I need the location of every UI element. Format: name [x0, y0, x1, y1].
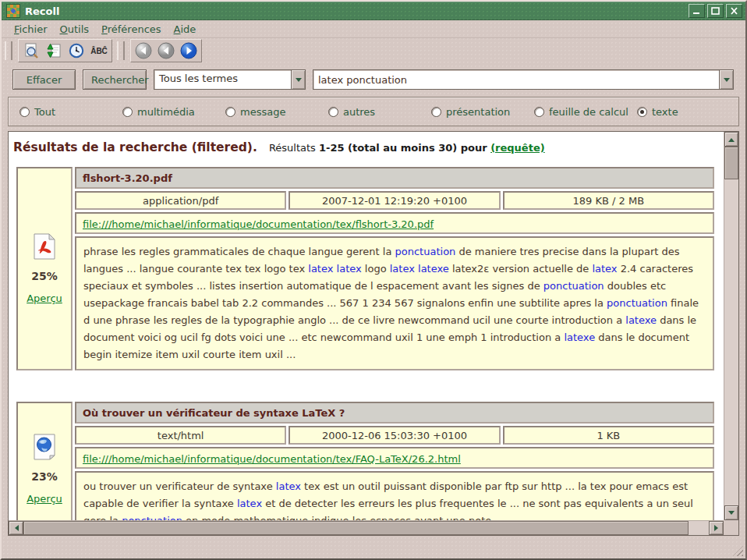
- minimize-button[interactable]: [689, 4, 705, 18]
- search-button[interactable]: Rechercher: [83, 69, 147, 90]
- app-icon: [6, 4, 20, 18]
- sort-by-date-icon: [69, 43, 84, 58]
- horizontal-scrollbar-track[interactable]: [689, 521, 709, 535]
- result-url-link[interactable]: file:///home/michael/informatique/docume…: [83, 218, 434, 230]
- sort-parameters-button[interactable]: [44, 41, 63, 60]
- radio-icon[interactable]: [637, 107, 647, 117]
- arrow-left-icon: [12, 525, 19, 531]
- results-list: Résultats de la recherche (filtered). Ré…: [9, 132, 724, 520]
- pdf-document-icon: [33, 233, 56, 260]
- results-title: Résultats de la recherche (filtered).: [13, 140, 257, 154]
- filter-presentation[interactable]: présentation: [431, 106, 534, 118]
- query-combobox[interactable]: [313, 69, 734, 90]
- result-date: 2000-12-06 15:03:30 +0100: [289, 426, 500, 445]
- result-title: flshort-3.20.pdf: [75, 167, 714, 189]
- preview-link[interactable]: Aperçu: [27, 292, 62, 304]
- first-page-button[interactable]: [134, 41, 153, 60]
- toolbar-group-nav: [130, 39, 202, 62]
- horizontal-scrollbar[interactable]: [9, 520, 724, 535]
- result-url-cell: file:///home/michael/informatique/docume…: [75, 447, 714, 469]
- filter-autres[interactable]: autres: [328, 106, 431, 118]
- scroll-right-button[interactable]: [709, 521, 724, 535]
- search-input[interactable]: [313, 70, 719, 89]
- result-title: Où trouver un vérificateur de syntaxe La…: [75, 402, 714, 424]
- result-side-panel: 25% Aperçu: [16, 167, 73, 370]
- sort-parameters-icon: [46, 43, 62, 58]
- preview-link[interactable]: Aperçu: [27, 493, 62, 505]
- result-side-panel: 23% Aperçu: [16, 402, 73, 520]
- query-link[interactable]: (requête): [490, 142, 545, 154]
- document-preview-icon: [23, 43, 39, 58]
- relevancy-percent: 25%: [31, 270, 58, 282]
- document-preview-button[interactable]: [22, 41, 41, 60]
- title-bar: Recoll: [2, 2, 745, 20]
- menu-preferences[interactable]: Préférences: [95, 22, 167, 37]
- recoll-window: Recoll Fichier Outils Préférences Aide: [0, 0, 747, 560]
- search-mode-dropdown-button[interactable]: [291, 70, 305, 89]
- result-meta-row: text/html 2000-12-06 15:03:30 +0100 1 KB: [75, 426, 714, 445]
- next-page-icon: [180, 42, 197, 59]
- term-explorer-icon: ÂBĈ: [90, 47, 108, 55]
- maximize-button[interactable]: [707, 4, 724, 18]
- result-item: 23% Aperçu Où trouver un vérificateur de…: [16, 402, 714, 520]
- radio-icon[interactable]: [19, 107, 30, 117]
- maximize-icon: [711, 7, 720, 15]
- filter-feuille-de-calcul[interactable]: feuille de calcul: [534, 106, 637, 118]
- sort-by-date-button[interactable]: [67, 41, 86, 60]
- result-url-cell: file:///home/michael/informatique/docume…: [75, 212, 714, 234]
- scroll-left-button[interactable]: [9, 521, 23, 535]
- search-mode-value: Tous les termes: [154, 70, 291, 89]
- scrollbar-corner: [724, 520, 738, 535]
- results-header: Résultats de la recherche (filtered). Ré…: [13, 140, 724, 154]
- search-mode-combobox[interactable]: Tous les termes: [154, 69, 306, 90]
- previous-page-button[interactable]: [157, 41, 175, 60]
- filter-message[interactable]: message: [225, 106, 328, 118]
- close-button[interactable]: [726, 4, 742, 18]
- menu-aide[interactable]: Aide: [168, 22, 203, 37]
- query-dropdown-button[interactable]: [719, 70, 733, 89]
- vertical-scrollbar[interactable]: [724, 132, 738, 520]
- toolbar-handle[interactable]: [5, 41, 12, 60]
- result-size: 1 KB: [503, 426, 714, 445]
- radio-icon[interactable]: [225, 107, 235, 117]
- html-document-icon: [33, 434, 56, 460]
- search-row: Effacer Rechercher Tous les termes: [12, 69, 734, 90]
- radio-icon[interactable]: [534, 107, 544, 117]
- scroll-up-button[interactable]: [724, 132, 738, 147]
- results-pane: Résultats de la recherche (filtered). Ré…: [8, 131, 739, 536]
- menu-outils[interactable]: Outils: [54, 22, 96, 37]
- clear-button[interactable]: Effacer: [12, 69, 76, 90]
- result-size: 189 KB / 2 MB: [503, 191, 714, 210]
- category-filter-panel: Tout multimédia message autres présentat…: [8, 97, 739, 126]
- arrow-right-icon: [714, 525, 721, 531]
- vertical-scrollbar-track[interactable]: [724, 179, 738, 505]
- toolbar-handle-2[interactable]: [117, 41, 125, 60]
- arrow-down-icon: [728, 511, 735, 518]
- results-count-prefix: Résultats: [269, 142, 319, 154]
- menu-fichier[interactable]: Fichier: [8, 22, 54, 37]
- result-mime: text/html: [75, 426, 286, 445]
- vertical-scrollbar-thumb[interactable]: [724, 147, 738, 179]
- horizontal-scrollbar-thumb[interactable]: [23, 521, 689, 535]
- chevron-down-icon: [724, 78, 730, 85]
- status-bar: [2, 536, 745, 558]
- radio-icon[interactable]: [122, 107, 133, 117]
- radio-icon[interactable]: [328, 107, 338, 117]
- first-page-icon: [135, 42, 152, 59]
- radio-icon[interactable]: [431, 107, 441, 117]
- next-page-button[interactable]: [179, 41, 198, 60]
- result-date: 2007-12-01 12:19:20 +0100: [289, 191, 500, 210]
- result-url-link[interactable]: file:///home/michael/informatique/docume…: [83, 453, 461, 465]
- filter-tout[interactable]: Tout: [19, 106, 122, 118]
- filter-multimedia[interactable]: multimédia: [122, 106, 225, 118]
- term-explorer-button[interactable]: ÂBĈ: [90, 41, 108, 60]
- toolbar: ÂBĈ: [2, 38, 745, 63]
- result-mime: application/pdf: [75, 191, 286, 210]
- previous-page-icon: [158, 42, 175, 59]
- result-item: 25% Aperçu flshort-3.20.pdf application/…: [16, 167, 714, 370]
- resize-grip[interactable]: [733, 546, 743, 556]
- scroll-down-button[interactable]: [724, 505, 738, 520]
- chevron-down-icon: [296, 78, 302, 85]
- close-icon: [730, 7, 738, 15]
- filter-texte[interactable]: texte: [637, 106, 678, 118]
